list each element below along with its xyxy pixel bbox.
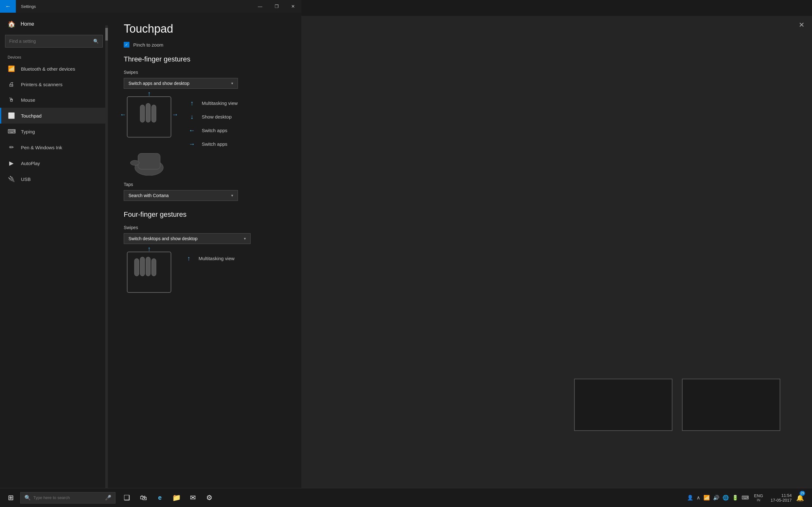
store-icon: 🛍: [140, 494, 147, 502]
typing-icon: ⌨: [8, 128, 15, 135]
systray-expand-icon[interactable]: ∧: [697, 495, 700, 501]
svg-rect-0: [140, 105, 145, 122]
panel-close-icon[interactable]: ✕: [799, 21, 804, 29]
three-finger-section-title: Three-finger gestures: [124, 55, 286, 63]
maximize-button[interactable]: ❐: [268, 0, 285, 13]
sidebar-item-printers[interactable]: 🖨 Printers & scanners: [0, 77, 108, 92]
taskbar-settings[interactable]: ⚙: [202, 488, 217, 507]
sidebar-item-autoplay[interactable]: ▶ AutoPlay: [0, 155, 108, 171]
taps-dropdown[interactable]: Search with Cortana ▾: [124, 190, 238, 201]
systray-clock[interactable]: 11:54 17-05-2017: [771, 493, 792, 503]
minimize-button[interactable]: —: [252, 0, 268, 13]
page-title: Touchpad: [124, 22, 286, 36]
systray-person-icon[interactable]: 👤: [687, 495, 693, 501]
four-finger-swipes-dropdown[interactable]: Switch desktops and show desktop ▾: [124, 233, 251, 244]
systray-time: 11:54: [781, 493, 792, 498]
close-button[interactable]: ✕: [285, 0, 301, 13]
sidebar: 🏠 Home 🔍 Devices 📶 Bluetooth & other dev…: [0, 13, 108, 494]
taskbar-search-icon: 🔍: [24, 495, 31, 501]
sidebar-item-home[interactable]: 🏠 Home: [0, 16, 108, 32]
taskbar-search-box: 🔍 🎤: [20, 492, 115, 504]
gesture-row-2: ← Switch apps: [187, 127, 286, 134]
gesture-illustration: ↑ ← →: [124, 96, 174, 172]
four-finger-section: Four-finger gestures Swipes Switch deskt…: [124, 210, 286, 293]
scrollbar-track[interactable]: [105, 25, 108, 507]
bluetooth-icon: 📶: [8, 65, 15, 72]
arrow-up-icon: ↑: [148, 90, 151, 97]
gesture-label-2: Switch apps: [202, 128, 227, 133]
systray-volume-icon[interactable]: 🔊: [713, 495, 719, 501]
edge-icon: e: [158, 494, 161, 501]
sidebar-item-bluetooth[interactable]: 📶 Bluetooth & other devices: [0, 61, 108, 77]
window-controls: — ❐ ✕: [252, 0, 301, 13]
gesture-label-3: Switch apps: [202, 141, 227, 147]
gesture-arrow-down: ↓: [187, 113, 197, 120]
four-finger-gesture-info: ↑ Multitasking view: [184, 251, 286, 262]
sidebar-item-label: Bluetooth & other devices: [21, 66, 75, 72]
start-button[interactable]: ⊞: [3, 488, 19, 507]
explorer-icon: 📁: [172, 494, 181, 502]
systray-wifi-icon[interactable]: 📶: [704, 495, 710, 501]
taskbar-store[interactable]: 🛍: [136, 488, 151, 507]
taskbar-task-view[interactable]: ❑: [119, 488, 135, 507]
sidebar-item-label: Mouse: [21, 97, 35, 103]
back-button[interactable]: ←: [0, 0, 16, 13]
taskbar-search-input[interactable]: [33, 495, 102, 500]
home-icon: 🏠: [8, 20, 15, 28]
systray-keyboard-icon[interactable]: ⌨: [742, 495, 749, 501]
sidebar-section-title: Devices: [0, 53, 108, 61]
hand-svg: [127, 141, 171, 176]
systray-battery-icon[interactable]: 🔋: [732, 495, 739, 501]
gesture-arrow-up: ↑: [187, 100, 197, 107]
right-panel: ✕: [301, 16, 812, 488]
four-arrow-up-icon: ↑: [148, 245, 151, 252]
systray-date: 17-05-2017: [771, 498, 792, 503]
taskbar-notification-button[interactable]: 🔔 29: [794, 488, 806, 507]
sidebar-item-label: USB: [21, 176, 31, 182]
systray-network-icon[interactable]: 🌐: [722, 495, 729, 501]
desktop-thumb-2[interactable]: [682, 379, 780, 431]
search-box: 🔍: [5, 35, 103, 48]
touchpad-icon: ⬜: [8, 112, 15, 119]
swipes-label: Swipes: [124, 70, 286, 75]
systray-lang-sub: IN: [757, 498, 760, 502]
sidebar-item-usb[interactable]: 🔌 USB: [0, 171, 108, 187]
sidebar-item-label: AutoPlay: [21, 161, 40, 166]
sidebar-item-typing[interactable]: ⌨ Typing: [0, 124, 108, 139]
pinch-zoom-row: Pinch to zoom: [124, 42, 286, 48]
taskbar-edge[interactable]: e: [152, 488, 167, 507]
pinch-zoom-checkbox[interactable]: [124, 42, 130, 48]
svg-rect-7: [140, 257, 145, 276]
svg-rect-2: [152, 105, 156, 122]
swipes-dropdown[interactable]: Switch apps and show desktop ▾: [124, 78, 238, 89]
scrollbar-thumb[interactable]: [105, 28, 108, 41]
dropdown-arrow-icon: ▾: [231, 81, 233, 86]
taskbar-mic-icon[interactable]: 🎤: [105, 495, 111, 501]
sidebar-item-pen[interactable]: ✏ Pen & Windows Ink: [0, 139, 108, 155]
four-finger-swipes-label: Swipes: [124, 225, 286, 230]
systray-lang[interactable]: ENG IN: [754, 493, 763, 502]
taskbar: ⊞ 🔍 🎤 ❑ 🛍 e 📁 ✉ ⚙ 👤 ∧ 📶 🔊: [0, 488, 812, 507]
taskbar-explorer[interactable]: 📁: [169, 488, 184, 507]
svg-rect-9: [152, 259, 156, 276]
search-input[interactable]: [9, 39, 93, 44]
taskbar-mail[interactable]: ✉: [185, 488, 200, 507]
autoplay-icon: ▶: [8, 160, 15, 167]
desktop-thumb-1[interactable]: [574, 379, 672, 431]
gesture-label-1: Show desktop: [202, 114, 232, 119]
sidebar-item-mouse[interactable]: 🖱 Mouse: [0, 92, 108, 108]
svg-rect-4: [138, 153, 160, 169]
four-finger-dropdown-value: Switch desktops and show desktop: [129, 236, 198, 241]
four-finger-gesture-label-0: Multitasking view: [199, 256, 235, 261]
sidebar-item-touchpad[interactable]: ⬜ Touchpad: [0, 108, 108, 124]
gesture-arrow-left: ←: [187, 127, 197, 134]
gesture-row-1: ↓ Show desktop: [187, 113, 286, 120]
svg-point-5: [131, 160, 139, 165]
pinch-zoom-label: Pinch to zoom: [133, 42, 163, 48]
gesture-arrow-right: →: [187, 140, 197, 148]
mail-icon: ✉: [190, 494, 196, 502]
pen-icon: ✏: [8, 144, 15, 151]
taps-dropdown-value: Search with Cortana: [129, 193, 169, 198]
printers-icon: 🖨: [8, 81, 15, 88]
taskbar-systray: 👤 ∧ 📶 🔊 🌐 🔋 ⌨ ENG IN 11:54 17-05-2017 🔔 …: [687, 488, 809, 507]
